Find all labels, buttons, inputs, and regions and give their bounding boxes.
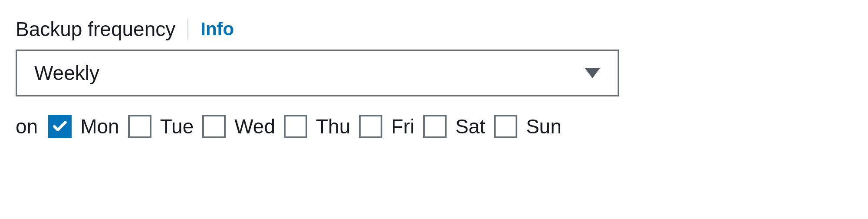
checkbox-mon[interactable] (48, 115, 72, 138)
check-icon (52, 118, 68, 135)
days-prefix-label: on (16, 115, 38, 138)
select-value: Weekly (34, 61, 99, 85)
chevron-down-icon (585, 68, 600, 78)
backup-frequency-label: Backup frequency (16, 17, 175, 41)
checkbox-thu[interactable] (284, 115, 307, 138)
checkbox-fri[interactable] (359, 115, 382, 138)
day-label-sun: Sun (526, 115, 562, 138)
day-label-tue: Tue (160, 115, 194, 138)
field-header: Backup frequency Info (16, 17, 852, 41)
day-label-fri: Fri (391, 115, 414, 138)
backup-frequency-select[interactable]: Weekly (16, 50, 619, 96)
checkbox-wed[interactable] (202, 115, 226, 138)
checkbox-sat[interactable] (423, 115, 447, 138)
info-link[interactable]: Info (201, 19, 234, 40)
day-label-wed: Wed (234, 115, 275, 138)
checkbox-tue[interactable] (128, 115, 151, 138)
day-label-sat: Sat (455, 115, 485, 138)
day-label-mon: Mon (80, 115, 119, 138)
checkbox-sun[interactable] (494, 115, 517, 138)
day-label-thu: Thu (316, 115, 350, 138)
header-divider (187, 19, 188, 40)
days-row: on Mon Tue Wed Thu Fri Sat Sun (16, 115, 852, 138)
